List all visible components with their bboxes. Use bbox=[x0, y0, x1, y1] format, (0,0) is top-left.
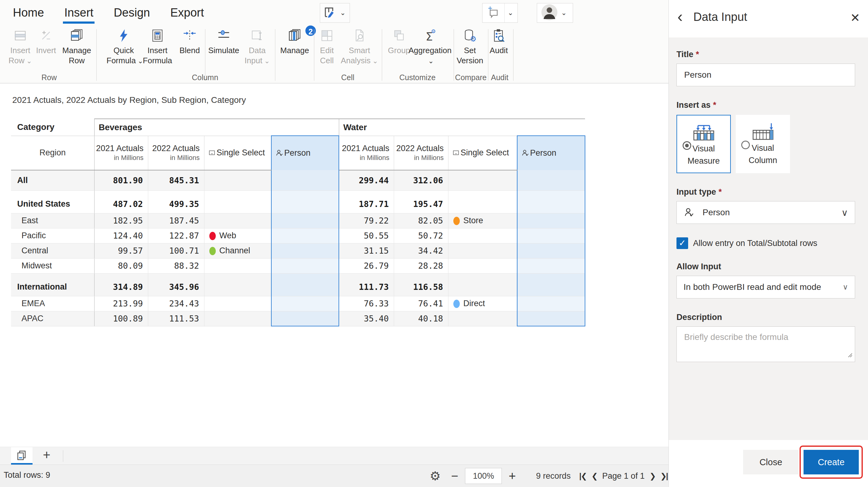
ribbon-button-simulate[interactable]: Simulate bbox=[204, 28, 244, 74]
row-label[interactable]: EMEA bbox=[11, 296, 94, 311]
column-header-person[interactable]: Person bbox=[271, 136, 339, 170]
water-group-header[interactable]: Water bbox=[339, 119, 585, 136]
value-cell[interactable]: 187.71 bbox=[339, 190, 394, 213]
column-header-2021-actuals[interactable]: 2021 Actualsin Millions bbox=[339, 136, 394, 170]
create-button[interactable]: Create bbox=[804, 450, 859, 475]
value-cell[interactable]: 213.99 bbox=[94, 296, 148, 311]
select-cell[interactable] bbox=[204, 190, 271, 213]
last-page-button[interactable]: ❯| bbox=[660, 471, 668, 481]
select-cell[interactable] bbox=[448, 258, 517, 273]
zoom-out-button[interactable]: − bbox=[451, 469, 458, 483]
value-cell[interactable]: 187.45 bbox=[148, 213, 204, 228]
close-button[interactable]: Close bbox=[743, 450, 799, 475]
select-cell[interactable]: Web bbox=[204, 228, 271, 243]
category-group-header[interactable]: Category bbox=[11, 119, 94, 136]
beverages-group-header[interactable]: Beverages bbox=[94, 119, 339, 136]
value-cell[interactable]: 312.06 bbox=[394, 170, 448, 190]
person-cell[interactable] bbox=[271, 273, 339, 296]
person-cell[interactable] bbox=[517, 243, 585, 258]
input-type-select[interactable]: Person ∨ bbox=[677, 201, 855, 224]
next-page-button[interactable]: ❯ bbox=[649, 471, 655, 481]
select-cell[interactable] bbox=[448, 170, 517, 190]
value-cell[interactable]: 345.96 bbox=[148, 273, 204, 296]
person-cell[interactable] bbox=[517, 228, 585, 243]
row-label[interactable]: APAC bbox=[11, 311, 94, 326]
person-cell[interactable] bbox=[271, 170, 339, 190]
chevron-down-icon[interactable]: ⌄ bbox=[505, 9, 516, 17]
person-cell[interactable] bbox=[517, 311, 585, 326]
radio-unselected-icon[interactable] bbox=[741, 141, 750, 149]
column-header-2022-actuals[interactable]: 2022 Actualsin Millions bbox=[394, 136, 448, 170]
select-cell[interactable] bbox=[448, 190, 517, 213]
ribbon-button-audit[interactable]: Audit bbox=[482, 28, 516, 74]
person-cell[interactable] bbox=[517, 258, 585, 273]
prev-page-button[interactable]: ❮ bbox=[591, 471, 597, 481]
add-sheet-button[interactable]: + bbox=[37, 447, 56, 463]
person-cell[interactable] bbox=[271, 243, 339, 258]
value-cell[interactable]: 82.05 bbox=[394, 213, 448, 228]
person-cell[interactable] bbox=[271, 228, 339, 243]
value-cell[interactable]: 111.53 bbox=[148, 311, 204, 326]
value-cell[interactable]: 499.35 bbox=[148, 190, 204, 213]
value-cell[interactable]: 116.58 bbox=[394, 273, 448, 296]
person-cell[interactable] bbox=[517, 273, 585, 296]
select-cell[interactable]: Direct bbox=[448, 296, 517, 311]
region-column-header[interactable]: Region bbox=[11, 136, 94, 170]
checkbox-checked-icon[interactable]: ✓ bbox=[677, 237, 688, 249]
select-cell[interactable] bbox=[448, 273, 517, 296]
select-cell[interactable] bbox=[204, 258, 271, 273]
visual-column-option[interactable]: Visual Column bbox=[736, 115, 790, 173]
ribbon-button-quick-formula[interactable]: QuickFormula⌄ bbox=[106, 28, 141, 74]
zoom-level-input[interactable]: 100% bbox=[465, 468, 502, 484]
value-cell[interactable]: 195.47 bbox=[394, 190, 448, 213]
value-cell[interactable]: 100.71 bbox=[148, 243, 204, 258]
title-input[interactable] bbox=[677, 64, 855, 86]
tab-export[interactable]: Export bbox=[169, 4, 205, 24]
select-cell[interactable] bbox=[204, 311, 271, 326]
tab-insert[interactable]: Insert bbox=[63, 4, 95, 24]
row-label[interactable]: All bbox=[11, 170, 94, 190]
value-cell[interactable]: 31.15 bbox=[339, 243, 394, 258]
value-cell[interactable]: 34.42 bbox=[394, 243, 448, 258]
tab-home[interactable]: Home bbox=[12, 4, 45, 24]
select-cell[interactable]: Store bbox=[448, 213, 517, 228]
ribbon-button-manage[interactable]: 2Manage bbox=[277, 28, 312, 74]
row-label[interactable]: United States bbox=[11, 190, 94, 213]
value-cell[interactable]: 40.18 bbox=[394, 311, 448, 326]
zoom-in-button[interactable]: + bbox=[508, 469, 516, 483]
column-header-single-select[interactable]: Single Select bbox=[448, 136, 517, 170]
value-cell[interactable]: 124.40 bbox=[94, 228, 148, 243]
row-label[interactable]: Midwest bbox=[11, 258, 94, 273]
value-cell[interactable]: 234.43 bbox=[148, 296, 204, 311]
value-cell[interactable]: 801.90 bbox=[94, 170, 148, 190]
value-cell[interactable]: 79.22 bbox=[339, 213, 394, 228]
column-header-person[interactable]: Person bbox=[517, 136, 585, 170]
person-cell[interactable] bbox=[271, 311, 339, 326]
person-cell[interactable] bbox=[271, 213, 339, 228]
sheet-tab[interactable] bbox=[11, 447, 33, 465]
value-cell[interactable]: 35.40 bbox=[339, 311, 394, 326]
ribbon-button-blend[interactable]: Blend bbox=[173, 28, 207, 74]
first-page-button[interactable]: |❮ bbox=[579, 471, 587, 481]
person-cell[interactable] bbox=[517, 296, 585, 311]
column-header-2021-actuals[interactable]: 2021 Actualsin Millions bbox=[94, 136, 148, 170]
allow-entry-checkbox-row[interactable]: ✓ Allow entry on Total/Subtotal rows bbox=[677, 237, 855, 249]
select-cell[interactable]: Channel bbox=[204, 243, 271, 258]
ribbon-button-aggregation[interactable]: Σ⚙Aggregation⌄ bbox=[404, 28, 456, 74]
column-header-single-select[interactable]: Single Select bbox=[204, 136, 271, 170]
tab-design[interactable]: Design bbox=[112, 4, 151, 24]
settings-gear-button[interactable]: ⚙ bbox=[430, 469, 441, 483]
value-cell[interactable]: 299.44 bbox=[339, 170, 394, 190]
value-cell[interactable]: 111.73 bbox=[339, 273, 394, 296]
value-cell[interactable]: 50.72 bbox=[394, 228, 448, 243]
edit-mode-button[interactable]: ⌄ bbox=[320, 3, 350, 23]
user-avatar-button[interactable]: ⌄ bbox=[537, 3, 573, 23]
value-cell[interactable]: 487.02 bbox=[94, 190, 148, 213]
value-cell[interactable]: 314.89 bbox=[94, 273, 148, 296]
person-cell[interactable] bbox=[271, 258, 339, 273]
allow-input-select[interactable]: In both PowerBI read and edit mode ∨ bbox=[677, 276, 855, 299]
select-cell[interactable] bbox=[204, 213, 271, 228]
value-cell[interactable]: 26.79 bbox=[339, 258, 394, 273]
value-cell[interactable]: 845.31 bbox=[148, 170, 204, 190]
value-cell[interactable]: 76.33 bbox=[339, 296, 394, 311]
